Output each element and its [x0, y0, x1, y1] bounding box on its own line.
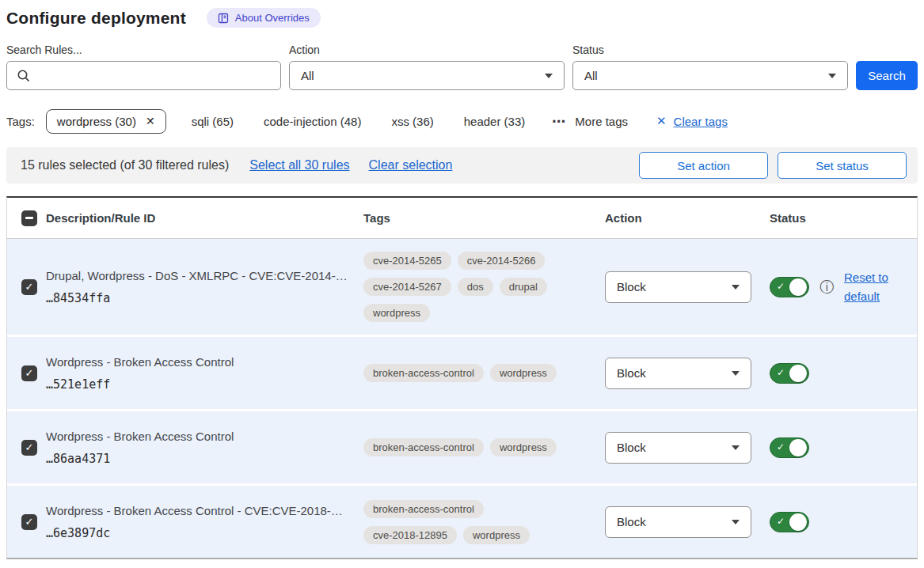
search-button[interactable]: Search — [856, 61, 918, 90]
page-header: Configure deployment About Overrides — [6, 8, 918, 28]
tag-chip: cve-2014-5265 — [363, 252, 451, 270]
set-action-button[interactable]: Set action — [639, 152, 768, 179]
selected-tag-label: wordpress (30) — [57, 115, 136, 128]
column-header-description: Description/Rule ID — [46, 211, 363, 225]
tag-chip: broken-access-control — [363, 500, 484, 518]
tag-chip: cve-2018-12895 — [363, 526, 457, 544]
rule-description: Wordpress - Broken Access Control - CVE:… — [46, 503, 363, 519]
rule-description: Wordpress - Broken Access Control — [46, 354, 363, 370]
rule-status-cell: ✓ — [763, 363, 917, 384]
rule-tags-cell: broken-access-controlwordpress — [363, 438, 599, 456]
reset-to-default-link[interactable]: Reset to default — [844, 268, 892, 306]
clear-tags-button[interactable]: ✕ Clear tags — [656, 114, 728, 128]
book-icon — [218, 13, 229, 24]
chevron-down-icon — [545, 74, 553, 78]
tag-option[interactable]: sqli (65) — [192, 115, 234, 128]
rule-description-cell: Wordpress - Broken Access Control …86aa4… — [46, 429, 363, 466]
filters-bar: Search Rules... Action All Status All — [6, 44, 918, 90]
chevron-down-icon — [828, 74, 836, 78]
rule-action-cell: Block — [599, 506, 763, 538]
row-checkbox[interactable]: ✓ — [21, 365, 37, 381]
rule-tags-cell: broken-access-controlcve-2018-12895wordp… — [363, 500, 599, 544]
clear-icon: ✕ — [656, 114, 667, 128]
row-action-value: Block — [617, 441, 646, 454]
rule-description: Wordpress - Broken Access Control — [46, 429, 363, 445]
tag-chip: cve-2014-5266 — [458, 252, 546, 270]
clear-selection-link[interactable]: Clear selection — [369, 158, 453, 172]
row-action-select[interactable]: Block — [605, 432, 751, 464]
row-action-select[interactable]: Block — [605, 358, 751, 389]
row-action-value: Block — [617, 515, 646, 528]
action-select[interactable]: All — [289, 61, 565, 90]
column-header-status: Status — [763, 211, 917, 225]
status-toggle[interactable]: ✓ — [770, 512, 809, 532]
more-tags-button[interactable]: ⋯ More tags — [552, 113, 628, 130]
search-filter: Search Rules... — [6, 44, 281, 90]
toggle-check-icon: ✓ — [777, 281, 785, 292]
toggle-check-icon: ✓ — [777, 441, 785, 453]
rule-description-cell: Wordpress - Broken Access Control …521e1… — [46, 354, 363, 392]
column-header-tags: Tags — [363, 211, 599, 225]
column-header-action: Action — [599, 211, 763, 225]
table-row: ✓ Wordpress - Broken Access Control …86a… — [7, 409, 917, 483]
status-select-value: All — [584, 69, 598, 82]
tag-option[interactable]: xss (36) — [391, 115, 433, 128]
row-action-select[interactable]: Block — [605, 271, 751, 303]
status-select[interactable]: All — [572, 61, 848, 90]
table-row: ✓ Wordpress - Broken Access Control …521… — [7, 335, 917, 409]
rule-description: Drupal, Wordpress - DoS - XMLRPC - CVE:C… — [46, 268, 363, 284]
indeterminate-icon — [25, 217, 33, 219]
select-all-checkbox[interactable] — [21, 210, 37, 226]
tags-bar: Tags: wordpress (30) ✕ sqli (65)code-inj… — [6, 108, 918, 134]
selected-tag-wordpress[interactable]: wordpress (30) ✕ — [46, 109, 166, 134]
tag-chip: broken-access-control — [363, 438, 484, 456]
row-action-select[interactable]: Block — [605, 506, 751, 538]
rule-id: …6e3897dc — [46, 526, 363, 540]
rule-description-cell: Wordpress - Broken Access Control - CVE:… — [46, 503, 363, 540]
toggle-knob — [789, 278, 807, 296]
select-all-link[interactable]: Select all 30 rules — [249, 158, 349, 172]
about-overrides-badge[interactable]: About Overrides — [207, 8, 321, 28]
rule-action-cell: Block — [599, 432, 763, 464]
set-status-button[interactable]: Set status — [778, 152, 907, 179]
rule-description-cell: Drupal, Wordpress - DoS - XMLRPC - CVE:C… — [46, 268, 363, 305]
info-icon[interactable]: ⓘ — [819, 280, 834, 294]
rule-id: …86aa4371 — [46, 452, 363, 466]
row-checkbox[interactable]: ✓ — [21, 440, 37, 456]
tags-label: Tags: — [6, 115, 35, 128]
chevron-down-icon — [732, 445, 740, 450]
selection-bar: 15 rules selected (of 30 filtered rules)… — [6, 147, 918, 184]
check-icon: ✓ — [25, 281, 34, 293]
rule-id: …521e1eff — [46, 377, 363, 392]
tag-chip: drupal — [500, 278, 547, 296]
row-action-value: Block — [617, 280, 646, 293]
status-toggle[interactable]: ✓ — [770, 363, 809, 384]
action-label: Action — [289, 44, 565, 56]
action-select-value: All — [301, 69, 314, 82]
search-rules-input[interactable] — [7, 62, 280, 89]
remove-tag-icon[interactable]: ✕ — [146, 115, 155, 127]
clear-tags-label: Clear tags — [674, 115, 728, 128]
toggle-knob — [789, 365, 807, 382]
rule-action-cell: Block — [599, 271, 763, 303]
status-toggle[interactable]: ✓ — [770, 277, 809, 297]
status-toggle[interactable]: ✓ — [770, 437, 809, 458]
check-icon: ✓ — [25, 516, 34, 528]
rules-table: Description/Rule ID Tags Action Status ✓… — [6, 196, 918, 559]
status-label: Status — [572, 44, 848, 56]
row-action-value: Block — [617, 366, 646, 380]
chevron-down-icon — [732, 520, 740, 524]
rule-status-cell: ✓ — [763, 512, 917, 532]
toggle-check-icon: ✓ — [777, 367, 785, 378]
tag-option[interactable]: code-injection (48) — [264, 115, 361, 128]
tag-chip: dos — [458, 278, 493, 296]
tag-option[interactable]: header (33) — [464, 115, 526, 128]
tag-chip: broken-access-control — [363, 364, 484, 382]
table-row: ✓ Drupal, Wordpress - DoS - XMLRPC - CVE… — [7, 239, 917, 335]
check-icon: ✓ — [25, 441, 34, 453]
toggle-knob — [789, 513, 807, 531]
row-checkbox[interactable]: ✓ — [21, 279, 37, 295]
action-filter: Action All — [289, 44, 565, 90]
rule-tags-cell: cve-2014-5265cve-2014-5266cve-2014-5267d… — [363, 252, 599, 322]
row-checkbox[interactable]: ✓ — [21, 514, 37, 530]
